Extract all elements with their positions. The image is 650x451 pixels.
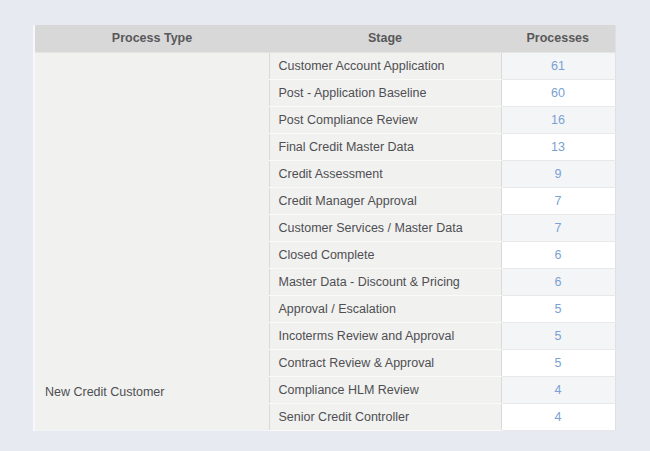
stage-cell: Post - Application Baseline [269,79,501,106]
process-count-cell: 7 [501,187,615,214]
stage-cell: Closed Complete [269,241,501,268]
stage-cell: Senior Credit Controller [269,403,501,430]
process-count-cell: 5 [501,295,615,322]
process-count-link[interactable]: 6 [555,275,562,289]
process-count-cell: 60 [501,79,615,106]
process-count-cell: 5 [501,322,615,349]
stage-cell: Customer Services / Master Data [269,214,501,241]
stage-cell: Final Credit Master Data [269,133,501,160]
stage-cell: Incoterms Review and Approval [269,322,501,349]
process-count-link[interactable]: 16 [551,113,565,127]
stage-cell: Approval / Escalation [269,295,501,322]
process-count-cell: 6 [501,241,615,268]
table-body: New Credit CustomerCustomer Account Appl… [34,52,615,430]
process-type-label: New Credit Customer [45,385,164,399]
process-count-cell: 13 [501,133,615,160]
stage-cell: Credit Assessment [269,160,501,187]
process-count-link[interactable]: 5 [555,356,562,370]
process-count-cell: 9 [501,160,615,187]
process-count-cell: 7 [501,214,615,241]
stage-cell: Master Data - Discount & Pricing [269,268,501,295]
process-count-link[interactable]: 4 [555,383,562,397]
column-header-stage: Stage [269,25,501,52]
process-count-cell: 16 [501,106,615,133]
process-count-link[interactable]: 4 [555,410,562,424]
stage-cell: Compliance HLM Review [269,376,501,403]
stage-cell: Post Compliance Review [269,106,501,133]
process-count-cell: 4 [501,376,615,403]
stage-cell: Contract Review & Approval [269,349,501,376]
process-count-link[interactable]: 5 [555,302,562,316]
process-count-link[interactable]: 61 [551,59,565,73]
column-header-process-type: Process Type [34,25,269,52]
process-type-cell: New Credit Customer [34,52,269,430]
process-stage-table: Process Type Stage Processes New Credit … [33,25,616,431]
process-count-link[interactable]: 60 [551,86,565,100]
process-count-link[interactable]: 7 [555,221,562,235]
process-count-link[interactable]: 5 [555,329,562,343]
process-count-cell: 61 [501,52,615,79]
process-count-link[interactable]: 7 [555,194,562,208]
stage-cell: Credit Manager Approval [269,187,501,214]
column-header-processes: Processes [501,25,615,52]
process-count-link[interactable]: 13 [551,140,565,154]
process-count-link[interactable]: 9 [555,167,562,181]
process-count-cell: 4 [501,403,615,430]
process-count-cell: 6 [501,268,615,295]
table-row: New Credit CustomerCustomer Account Appl… [34,52,615,79]
stage-cell: Customer Account Application [269,52,501,79]
process-count-cell: 5 [501,349,615,376]
table-header-row: Process Type Stage Processes [34,25,615,52]
process-count-link[interactable]: 6 [555,248,562,262]
